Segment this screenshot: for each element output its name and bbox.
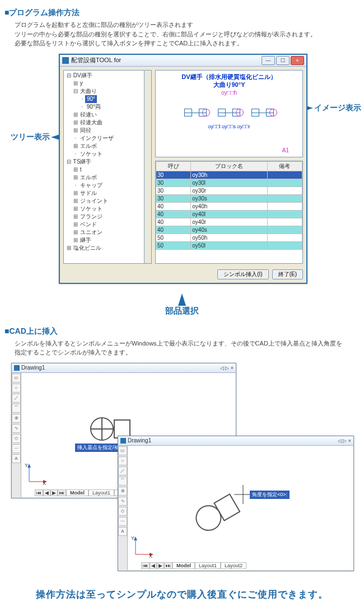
tree-expand-icon[interactable]: · — [73, 181, 78, 189]
tree-item[interactable]: ⊞ y — [66, 80, 150, 87]
tree-item[interactable]: ⊞ ベンド — [66, 221, 150, 228]
tab-layout1[interactable]: Layout1 — [195, 562, 221, 569]
tree-expand-icon[interactable]: · — [73, 150, 78, 158]
tree-item[interactable]: ⊞ フランジ — [66, 213, 150, 221]
table-row[interactable]: 40oy40l — [156, 210, 302, 218]
tree-item[interactable]: ⊞ t — [66, 166, 150, 174]
table-row[interactable]: 30oy30r — [156, 186, 302, 194]
tree-expand-icon[interactable]: ⊞ — [73, 127, 78, 134]
tool-icon[interactable]: ／ — [118, 466, 127, 475]
tool-icon[interactable]: ○ — [12, 384, 21, 393]
tool-icon[interactable]: ◇ — [12, 434, 21, 443]
tree-expand-icon[interactable]: ⊞ — [73, 142, 78, 150]
tree-expand-icon[interactable]: ⊞ — [73, 174, 78, 181]
tool-icon[interactable]: ／ — [12, 394, 21, 403]
tree-expand-icon[interactable]: ⊞ — [73, 221, 78, 228]
tree-item[interactable]: ⊞ サドル — [66, 189, 150, 197]
tree-expand-icon[interactable]: ⊞ — [73, 189, 78, 197]
tool-icon[interactable]: ⊕ — [12, 414, 21, 423]
tree-expand-icon[interactable]: ⊞ — [66, 244, 72, 252]
tree-expand-icon[interactable]: · — [73, 134, 78, 142]
tab-layout1[interactable]: Layout1 — [88, 489, 114, 496]
tree-expand-icon[interactable]: · — [80, 103, 85, 111]
maximize-button[interactable]: ☐ — [276, 56, 290, 65]
tree-expand-icon[interactable]: · — [80, 95, 85, 103]
tree-item[interactable]: ⊟ TS継手 — [66, 158, 150, 166]
tree-item[interactable]: · ソケット — [66, 150, 150, 158]
tree-item[interactable]: ⊞ エルボ — [66, 174, 150, 181]
tab-nav-prev-icon[interactable]: ◀ — [43, 489, 50, 496]
table-row[interactable]: 40oy40h — [156, 202, 302, 210]
tab-model[interactable]: Model — [172, 562, 195, 569]
tab-nav-last-icon[interactable]: ⏭ — [58, 489, 66, 496]
tree-expand-icon[interactable]: ⊞ — [73, 111, 78, 119]
tab-nav-prev-icon[interactable]: ◀ — [150, 562, 157, 569]
insert-symbol-button[interactable]: シンボル挿入(I) — [217, 269, 268, 279]
minimize-button[interactable]: — — [262, 56, 275, 65]
table-header[interactable]: ブロック名 — [191, 161, 268, 171]
tool-icon[interactable]: ▭ — [12, 374, 21, 382]
tree-panel[interactable]: ⊟ DV継手⊞ y⊟ 大曲り· 90°· 90°両⊞ 径違い⊞ 径違大曲⊞ 同径… — [63, 70, 152, 264]
table-row[interactable]: 30oy30h — [156, 171, 302, 179]
tree-item[interactable]: ⊞ 径違い — [66, 111, 150, 119]
tree-item[interactable]: ⊟ 大曲り — [66, 87, 150, 95]
tab-nav-next-icon[interactable]: ▶ — [50, 489, 58, 496]
tree-expand-icon[interactable]: ⊟ — [73, 87, 78, 95]
tree-item[interactable]: ⊞ 継手 — [66, 236, 150, 244]
table-row[interactable]: 30oy30l — [156, 179, 302, 186]
tree-expand-icon[interactable]: ⊞ — [73, 119, 78, 127]
cad-tabs[interactable]: ⏮ ◀ ▶ ⏭ Model Layout1 Layout2 — [141, 562, 246, 569]
tree-expand-icon[interactable]: ⊞ — [73, 236, 78, 244]
tree-item[interactable]: ⊟ DV継手 — [66, 72, 150, 80]
tree-expand-icon[interactable]: ⊞ — [73, 80, 78, 87]
tree-item[interactable]: ⊞ ソケット — [66, 205, 150, 213]
tree-expand-icon[interactable]: ⊞ — [73, 205, 78, 213]
cad-toolbox[interactable]: ▭ ○ ／ ⌒ ⊕ ∿ ◇ ⋯ A — [118, 446, 128, 570]
tree-item[interactable]: · キャップ — [66, 181, 150, 189]
tool-icon[interactable]: A — [12, 454, 21, 463]
cad-toolbox[interactable]: ▭ ○ ／ ⌒ ⊕ ∿ ◇ ⋯ A — [12, 373, 21, 497]
tab-nav-next-icon[interactable]: ▶ — [157, 562, 164, 569]
cad-canvas[interactable]: 角度を指定<0>: Y X ⏮ ◀ ▶ ⏭ Model Layout1 Layo… — [128, 446, 353, 570]
table-header[interactable]: 備考 — [267, 161, 302, 171]
exit-button[interactable]: 終了(E) — [272, 269, 303, 279]
tree-expand-icon[interactable]: ⊞ — [73, 228, 78, 236]
tree-expand-icon[interactable]: ⊟ — [66, 158, 72, 166]
close-button[interactable]: × — [291, 56, 304, 65]
tool-icon[interactable]: ○ — [118, 456, 127, 465]
tool-icon[interactable]: ⌒ — [118, 477, 127, 486]
tree-item[interactable]: ⊞ ジョイント — [66, 197, 150, 205]
tool-icon[interactable]: ◇ — [118, 507, 127, 516]
tool-icon[interactable]: ⋯ — [12, 444, 21, 453]
tool-icon[interactable]: ⋯ — [118, 517, 127, 526]
tree-expand-icon[interactable]: ⊞ — [73, 166, 78, 174]
tree-expand-icon[interactable]: ⊞ — [73, 197, 78, 205]
tree-expand-icon[interactable]: ⊟ — [66, 72, 72, 80]
tool-icon[interactable]: ⌒ — [12, 404, 21, 413]
table-row[interactable]: 40oy40r — [156, 218, 302, 226]
tree-item[interactable]: ⊞ 径違大曲 — [66, 119, 150, 127]
tree-item[interactable]: ⊞ エルボ — [66, 142, 150, 150]
tree-item[interactable]: · 90° — [66, 95, 150, 103]
tool-icon[interactable]: ∿ — [12, 424, 21, 433]
table-row[interactable]: 30oy30s — [156, 194, 302, 202]
tab-nav-first-icon[interactable]: ⏮ — [141, 562, 150, 569]
cad-tab-nav-icon[interactable]: ◁ ▷ × — [220, 365, 234, 371]
tool-icon[interactable]: ▭ — [118, 446, 127, 455]
tab-model[interactable]: Model — [66, 489, 88, 496]
tab-nav-first-icon[interactable]: ⏮ — [35, 489, 43, 496]
tree-item[interactable]: · 90°両 — [66, 103, 150, 111]
tool-icon[interactable]: A — [118, 527, 127, 536]
table-row[interactable]: 50oy50l — [156, 241, 302, 249]
tree-item[interactable]: ⊞ 同径 — [66, 127, 150, 134]
parts-table[interactable]: 呼びブロック名備考30oy30h30oy30l30oy30r30oy30s40o… — [155, 161, 303, 264]
tree-item[interactable]: ⊞ 塩化ビニル — [66, 244, 150, 252]
cad-tab-nav-icon[interactable]: ◁ ▷ × — [338, 438, 351, 444]
tree-item[interactable]: ⊞ ユニオン — [66, 228, 150, 236]
table-row[interactable]: 40oy40s — [156, 226, 302, 234]
tree-expand-icon[interactable]: ⊞ — [73, 213, 78, 221]
tab-layout2[interactable]: Layout2 — [221, 562, 246, 569]
tab-nav-last-icon[interactable]: ⏭ — [164, 562, 172, 569]
tool-icon[interactable]: ∿ — [118, 497, 127, 506]
table-row[interactable]: 50oy50h — [156, 234, 302, 241]
